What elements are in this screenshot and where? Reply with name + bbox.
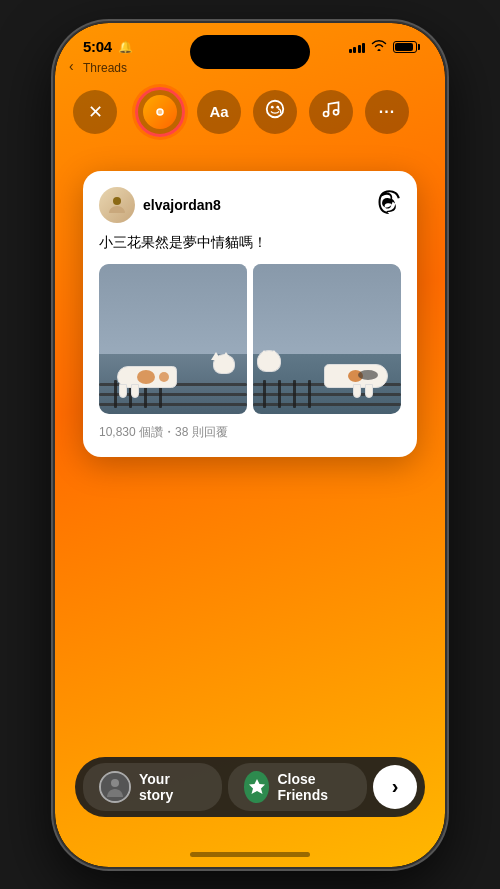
send-icon: › <box>392 775 399 798</box>
card-caption: 小三花果然是夢中情貓嗎！ <box>99 233 401 253</box>
cat-figure-left <box>107 348 243 388</box>
signal-bar-2 <box>353 47 356 53</box>
svg-marker-10 <box>249 779 265 794</box>
battery-icon <box>393 41 417 53</box>
signal-bars <box>349 41 366 53</box>
signal-bar-1 <box>349 49 352 53</box>
close-friends-icon <box>244 771 269 803</box>
username: elvajordan8 <box>143 197 221 213</box>
rail-line-3 <box>99 403 247 406</box>
home-indicator <box>190 852 310 857</box>
text-button[interactable]: Aa <box>197 90 241 134</box>
sticker-button[interactable] <box>253 90 297 134</box>
card-header: elvajordan8 <box>99 187 401 223</box>
close-friends-label: Close Friends <box>277 771 351 803</box>
svg-point-1 <box>158 109 163 114</box>
bell-icon: 🔔 <box>118 40 133 54</box>
phone-screen: 5:04 🔔 <box>55 23 445 867</box>
camera-button[interactable] <box>135 87 185 137</box>
cat-figure-right <box>255 348 393 388</box>
rail-line-r3 <box>253 403 401 406</box>
cat-image-right <box>253 264 401 414</box>
svg-point-3 <box>271 106 274 109</box>
sticker-icon <box>264 98 286 125</box>
your-story-button[interactable]: Your story <box>83 763 222 811</box>
signal-bar-4 <box>362 43 365 53</box>
bottom-bar: Your story Close Friends › <box>75 757 425 817</box>
toolbar: ✕ Aa <box>55 87 445 137</box>
user-avatar <box>99 187 135 223</box>
card-user: elvajordan8 <box>99 187 221 223</box>
story-avatar <box>99 771 131 803</box>
card-stats: 10,830 個讚・38 則回覆 <box>99 424 401 441</box>
content-card: elvajordan8 小三花果然是夢中情貓嗎！ <box>83 171 417 458</box>
svg-point-6 <box>334 110 339 115</box>
camera-inner <box>143 95 177 129</box>
phone-frame: 5:04 🔔 <box>55 23 445 867</box>
dynamic-island <box>190 35 310 69</box>
more-icon: ··· <box>379 103 395 121</box>
threads-logo <box>377 190 401 219</box>
cat-image-left <box>99 264 247 414</box>
back-chevron[interactable]: ‹ <box>69 58 74 74</box>
svg-point-9 <box>111 779 119 787</box>
your-story-label: Your story <box>139 771 206 803</box>
svg-point-7 <box>113 197 121 205</box>
rail-line-r2 <box>253 393 401 396</box>
close-friends-button[interactable]: Close Friends <box>228 763 367 811</box>
close-icon: ✕ <box>88 101 103 123</box>
svg-point-4 <box>276 106 279 109</box>
svg-point-5 <box>324 112 329 117</box>
close-button[interactable]: ✕ <box>73 90 117 134</box>
status-right <box>349 39 418 54</box>
more-button[interactable]: ··· <box>365 90 409 134</box>
text-icon: Aa <box>209 103 228 120</box>
send-button[interactable]: › <box>373 765 417 809</box>
wifi-icon <box>371 39 387 54</box>
music-button[interactable] <box>309 90 353 134</box>
status-time: 5:04 <box>83 38 112 55</box>
signal-bar-3 <box>358 45 361 53</box>
svg-point-2 <box>267 101 284 118</box>
card-images <box>99 264 401 414</box>
app-label: Threads <box>83 61 127 75</box>
music-icon <box>321 99 341 124</box>
status-left: 5:04 🔔 <box>83 38 133 55</box>
battery-fill <box>395 43 413 51</box>
